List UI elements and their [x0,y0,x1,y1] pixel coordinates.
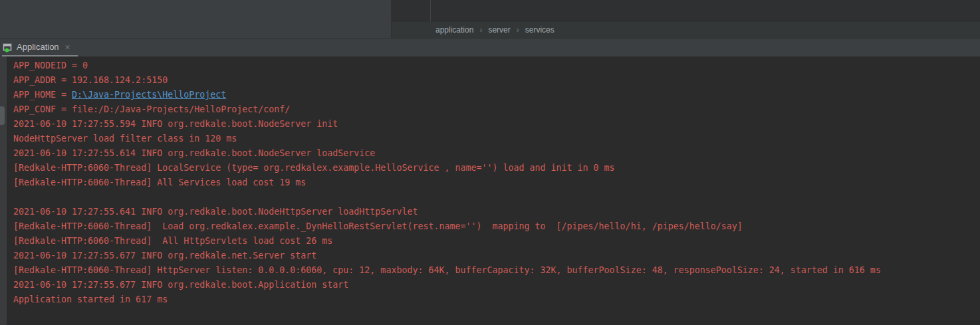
console-icon [3,42,13,53]
breadcrumb-item-server[interactable]: server [488,25,510,35]
chevron-separator-icon: › [479,25,482,35]
console-line: 2021-06-10 17:27:55.677 INFO org.redkale… [13,249,881,263]
console-line: APP_CONF = file:/D:/Java-Projects/HelloP… [13,102,881,117]
console-text: [Redkale-HTTP:6060-Thread] All HttpServl… [13,236,332,246]
console-text: [Redkale-HTTP:6060-Thread] All Services … [13,177,306,187]
console-text: 2021-06-10 17:27:55.677 INFO org.redkale… [13,251,316,261]
run-tool-window-tabbar: Application × [0,38,980,56]
breadcrumb-item-application[interactable]: application [435,25,473,35]
console-text: 2021-06-10 17:27:55.641 INFO org.redkale… [13,207,418,217]
console-text: 2021-06-10 17:27:55.614 INFO org.redkale… [13,148,375,158]
console-text: APP_CONF = file:/D:/Java-Projects/HelloP… [13,104,290,114]
editor-panel [0,0,392,38]
top-right-strip [392,0,980,22]
tab-application[interactable]: Application × [0,39,76,55]
running-indicator-dot [5,48,9,52]
console-text: 2021-06-10 17:27:55.594 INFO org.redkale… [13,119,338,129]
breadcrumb-item-services[interactable]: services [525,25,554,35]
console-line: APP_NODEID = 0 [13,58,881,73]
console-gutter [0,56,7,325]
close-icon[interactable]: × [65,43,70,52]
console-text: APP_NODEID = 0 [13,60,88,70]
console-text: APP_HOME = [13,90,72,100]
console-line: [Redkale-HTTP:6060-Thread] All Services … [13,175,881,190]
console-line: [Redkale-HTTP:6060-Thread] Load org.redk… [13,219,881,234]
console-line: 2021-06-10 17:27:55.677 INFO org.redkale… [13,278,881,292]
tab-application-label: Application [17,42,59,52]
chevron-separator-icon: › [517,25,519,35]
console-text: 2021-06-10 17:27:55.677 INFO org.redkale… [13,280,348,290]
console-text [13,192,19,202]
console-panel[interactable]: APP_NODEID = 0APP_ADDR = 192.168.124.2:5… [0,56,980,325]
console-line: 2021-06-10 17:27:55.614 INFO org.redkale… [13,146,881,161]
console-output: APP_NODEID = 0APP_ADDR = 192.168.124.2:5… [13,58,881,307]
console-line: [Redkale-HTTP:6060-Thread] LocalService … [13,161,881,175]
console-text: NodeHttpServer load filter class in 120 … [13,134,237,144]
console-line: [Redkale-HTTP:6060-Thread] HttpServer li… [13,263,881,278]
console-line: 2021-06-10 17:27:55.641 INFO org.redkale… [13,205,881,219]
console-text: [Redkale-HTTP:6060-Thread] Load org.redk… [13,221,743,231]
console-line: APP_HOME = D:\Java-Projects\HelloProject [13,88,881,102]
app-home-link[interactable]: D:\Java-Projects\HelloProject [72,90,226,100]
console-line: 2021-06-10 17:27:55.594 INFO org.redkale… [13,117,881,132]
console-line [13,190,881,205]
console-text: APP_ADDR = 192.168.124.2:5150 [13,75,168,85]
console-line: Application started in 617 ms [13,292,881,307]
console-text: Application started in 617 ms [13,294,168,304]
breadcrumb: application›server›services [392,22,980,38]
console-line: [Redkale-HTTP:6060-Thread] All HttpServl… [13,234,881,249]
console-text: [Redkale-HTTP:6060-Thread] HttpServer li… [13,265,881,275]
gutter-scrollbar-thumb[interactable] [0,106,5,125]
console-line: APP_ADDR = 192.168.124.2:5150 [13,73,881,88]
console-text: [Redkale-HTTP:6060-Thread] LocalService … [13,163,615,173]
panel-divider [430,0,431,22]
console-line: NodeHttpServer load filter class in 120 … [13,132,881,146]
